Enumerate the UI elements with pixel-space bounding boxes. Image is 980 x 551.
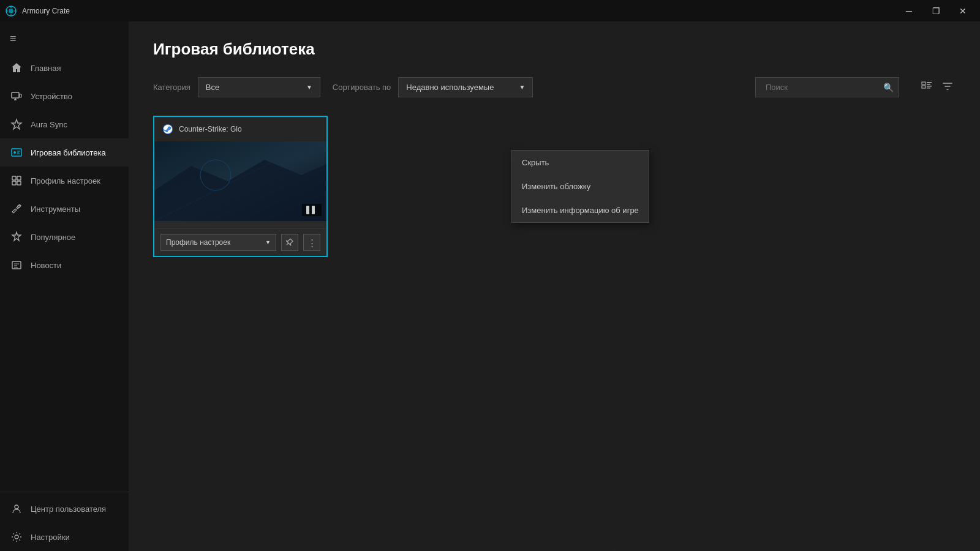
sort-value: Недавно используемые xyxy=(406,83,494,92)
sidebar-item-news-label: Новости xyxy=(31,261,61,270)
profile-pin-button[interactable] xyxy=(281,234,298,251)
titlebar-controls: ─ ❐ ✕ xyxy=(897,0,975,21)
sidebar-item-device-label: Устройство xyxy=(31,92,72,101)
game-thumbnail xyxy=(154,141,326,221)
sidebar: ≡ Главная Устройство xyxy=(0,21,129,551)
search-icon: 🔍 xyxy=(883,83,894,92)
sidebar-menu-toggle[interactable]: ≡ xyxy=(0,26,129,51)
titlebar: Armoury Crate ─ ❐ ✕ xyxy=(0,0,980,21)
more-options-button[interactable]: ⋮ xyxy=(303,234,320,251)
svg-rect-25 xyxy=(312,206,315,214)
page-title: Игровая библиотека xyxy=(153,40,956,59)
context-menu-change-info[interactable]: Изменить информацию об игре xyxy=(512,198,649,222)
game-card-footer: Профиль настроек ▼ ⋮ xyxy=(154,229,326,256)
sidebar-item-settings[interactable]: Настройки xyxy=(0,523,129,551)
svg-rect-24 xyxy=(306,206,309,214)
popular-icon xyxy=(10,230,23,244)
game-title: Counter-Strike: Glo xyxy=(179,125,242,133)
category-select[interactable]: Все ▼ xyxy=(198,77,320,97)
profile-select[interactable]: Профиль настроек ▼ xyxy=(160,234,276,251)
sidebar-item-device[interactable]: Устройство xyxy=(0,82,129,110)
sort-select[interactable]: Недавно используемые ▼ xyxy=(398,77,533,97)
context-menu-hide[interactable]: Скрыть xyxy=(512,151,649,174)
settings-icon xyxy=(10,530,23,544)
sidebar-item-profile[interactable]: Профиль настроек xyxy=(0,167,129,195)
sidebar-item-tools[interactable]: Инструменты xyxy=(0,195,129,223)
titlebar-title: Armoury Crate xyxy=(22,7,70,15)
sidebar-bottom: Центр пользователя Настройки xyxy=(0,492,129,551)
maximize-button[interactable]: ❐ xyxy=(924,0,948,21)
close-button[interactable]: ✕ xyxy=(951,0,975,21)
svg-rect-7 xyxy=(17,176,21,180)
minimize-button[interactable]: ─ xyxy=(897,0,921,21)
sidebar-item-popular[interactable]: Популярное xyxy=(0,223,129,251)
sidebar-item-profile-label: Профиль настроек xyxy=(31,176,100,186)
library-icon xyxy=(10,146,23,159)
aura-icon xyxy=(10,118,23,131)
sort-filter-group: Сортировать по Недавно используемые ▼ xyxy=(333,77,533,97)
profile-chevron-icon: ▼ xyxy=(265,239,271,246)
news-icon xyxy=(10,258,23,272)
svg-point-1 xyxy=(9,9,13,13)
sidebar-item-settings-label: Настройки xyxy=(31,533,70,542)
sidebar-item-library-label: Игровая библиотека xyxy=(31,148,106,157)
list-view-button[interactable] xyxy=(919,78,935,97)
device-icon xyxy=(10,89,23,103)
svg-point-13 xyxy=(15,535,18,539)
svg-rect-6 xyxy=(12,176,16,180)
sidebar-item-aura-label: Aura Sync xyxy=(31,120,67,129)
search-input[interactable] xyxy=(761,78,883,97)
sort-label: Сортировать по xyxy=(333,83,391,92)
search-box: 🔍 xyxy=(755,77,899,97)
sidebar-item-news[interactable]: Новости xyxy=(0,251,129,279)
filter-options-button[interactable] xyxy=(940,78,956,97)
titlebar-left: Armoury Crate xyxy=(5,5,70,17)
game-card-csgo[interactable]: Counter-Strike: Glo xyxy=(153,116,328,257)
profile-icon xyxy=(10,174,23,187)
svg-rect-9 xyxy=(17,181,21,185)
context-menu: Скрыть Изменить обложку Изменить информа… xyxy=(511,150,649,223)
svg-rect-17 xyxy=(922,86,925,88)
home-icon xyxy=(10,61,23,75)
category-filter-group: Категория Все ▼ xyxy=(153,77,320,97)
sidebar-item-library[interactable]: Игровая библиотека xyxy=(0,138,129,167)
sidebar-item-user-center-label: Центр пользователя xyxy=(31,504,106,514)
svg-rect-8 xyxy=(12,181,16,185)
svg-rect-16 xyxy=(927,84,930,85)
context-menu-change-cover[interactable]: Изменить обложку xyxy=(512,174,649,198)
svg-rect-4 xyxy=(12,149,21,156)
svg-rect-2 xyxy=(12,92,19,98)
filter-bar: Категория Все ▼ Сортировать по Недавно и… xyxy=(153,77,956,97)
sidebar-item-home-label: Главная xyxy=(31,64,61,73)
svg-point-5 xyxy=(13,151,16,154)
game-thumbnail-play-indicator xyxy=(302,204,322,216)
svg-rect-3 xyxy=(20,94,21,97)
svg-point-12 xyxy=(15,505,18,509)
main-content: Игровая библиотека Категория Все ▼ Сорти… xyxy=(129,21,980,551)
game-card-header: Counter-Strike: Glo xyxy=(154,117,326,141)
svg-rect-19 xyxy=(927,88,930,89)
category-label: Категория xyxy=(153,83,190,92)
steam-icon xyxy=(162,123,174,135)
svg-rect-14 xyxy=(922,82,925,84)
tools-icon xyxy=(10,202,23,216)
category-chevron-icon: ▼ xyxy=(306,84,312,91)
svg-rect-15 xyxy=(927,82,932,83)
view-controls xyxy=(919,78,956,97)
app-container: ≡ Главная Устройство xyxy=(0,21,980,551)
sidebar-item-user-center[interactable]: Центр пользователя xyxy=(0,495,129,523)
user-center-icon xyxy=(10,502,23,515)
svg-rect-18 xyxy=(927,86,932,87)
app-logo-icon xyxy=(5,5,17,17)
profile-select-label: Профиль настроек xyxy=(166,238,230,247)
sidebar-item-home[interactable]: Главная xyxy=(0,54,129,82)
sort-chevron-icon: ▼ xyxy=(519,84,525,91)
sidebar-item-popular-label: Популярное xyxy=(31,233,75,242)
sidebar-item-aura[interactable]: Aura Sync xyxy=(0,110,129,138)
category-value: Все xyxy=(206,83,219,92)
sidebar-item-tools-label: Инструменты xyxy=(31,204,80,214)
